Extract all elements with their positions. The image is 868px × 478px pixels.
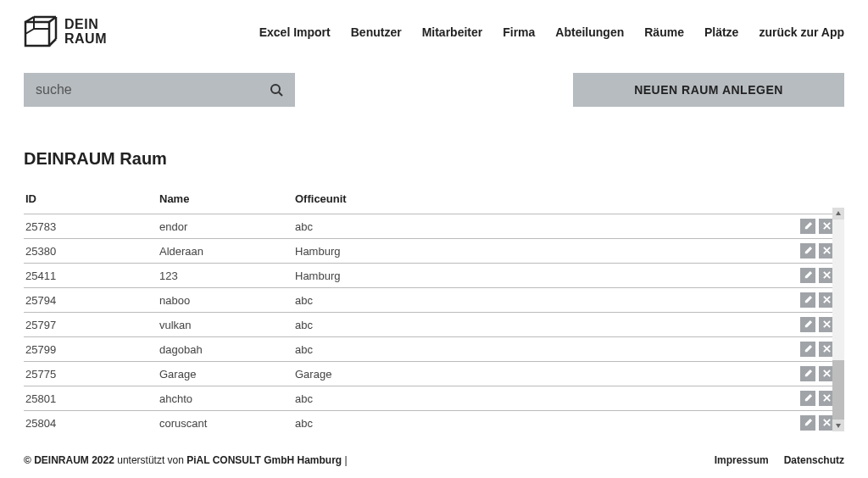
scroll-up-icon[interactable]: [832, 208, 844, 220]
table-row: 25797vulkanabc: [24, 313, 844, 337]
cell-officeunit: abc: [295, 220, 431, 233]
table-row: 25783endorabc: [24, 214, 844, 239]
create-room-button[interactable]: NEUEN RAUM ANLEGEN: [573, 73, 844, 107]
edit-button[interactable]: [800, 366, 815, 381]
logo-text-line1: DEIN: [64, 18, 107, 32]
cell-id: 25783: [24, 220, 159, 233]
edit-icon: [804, 220, 813, 233]
svg-point-9: [271, 85, 280, 93]
svg-line-7: [25, 29, 34, 34]
cell-id: 25775: [24, 368, 159, 381]
footer-supported: unterstützt von: [117, 454, 186, 466]
cell-name: naboo: [159, 294, 295, 307]
main-nav: Excel Import Benutzer Mitarbeiter Firma …: [259, 25, 844, 39]
close-icon: [822, 245, 832, 258]
table-header: ID Name Officeunit: [24, 192, 844, 214]
cell-id: 25799: [24, 343, 159, 356]
edit-icon: [804, 392, 813, 405]
cell-name: vulkan: [159, 319, 295, 331]
nav-excel-import[interactable]: Excel Import: [259, 25, 331, 39]
table-row: 25775GarageGarage: [24, 362, 844, 386]
cell-officeunit: Hamburg: [295, 245, 431, 258]
cell-officeunit: abc: [295, 417, 431, 430]
table-row: 25801ahchtoabc: [24, 386, 844, 411]
col-header-name: Name: [159, 192, 295, 205]
cell-id: 25797: [24, 319, 159, 331]
edit-button[interactable]: [800, 391, 815, 406]
cell-name: dagobah: [159, 343, 295, 356]
cell-name: Alderaan: [159, 245, 295, 258]
close-icon: [822, 220, 832, 233]
svg-marker-34: [836, 424, 841, 428]
nav-firma[interactable]: Firma: [503, 25, 535, 39]
col-header-officeunit: Officeunit: [295, 192, 431, 205]
cell-id: 25794: [24, 294, 159, 307]
search-input[interactable]: [36, 82, 270, 97]
table-row: 25794nabooabc: [24, 288, 844, 313]
cell-name: endor: [159, 220, 295, 233]
close-icon: [822, 294, 832, 307]
cell-officeunit: abc: [295, 319, 431, 331]
svg-marker-33: [836, 211, 841, 215]
edit-button[interactable]: [800, 415, 815, 431]
edit-button[interactable]: [800, 292, 815, 308]
nav-benutzer[interactable]: Benutzer: [351, 25, 402, 39]
scroll-down-icon[interactable]: [832, 420, 844, 431]
edit-icon: [804, 270, 813, 282]
close-icon: [822, 319, 832, 331]
edit-icon: [804, 294, 813, 307]
footer-suffix: |: [342, 454, 347, 466]
edit-icon: [804, 319, 813, 331]
logo-text-line2: RAUM: [64, 32, 107, 47]
search-box[interactable]: [24, 73, 295, 107]
cell-officeunit: Garage: [295, 368, 431, 381]
edit-icon: [804, 368, 813, 381]
cell-id: 25380: [24, 245, 159, 258]
footer: © DEINRAUM 2022 unterstützt von PiAL CON…: [0, 444, 868, 478]
search-icon: [270, 83, 283, 97]
edit-button[interactable]: [800, 219, 815, 234]
edit-button[interactable]: [800, 243, 815, 258]
cell-officeunit: abc: [295, 343, 431, 356]
close-icon: [822, 417, 832, 430]
edit-icon: [804, 245, 813, 258]
close-icon: [822, 392, 832, 405]
svg-rect-0: [25, 22, 49, 46]
nav-zuruck[interactable]: zurück zur App: [759, 25, 844, 39]
footer-copyright: © DEINRAUM 2022: [24, 454, 117, 466]
footer-datenschutz[interactable]: Datenschutz: [784, 454, 844, 466]
footer-company: PiAL CONSULT GmbH Hamburg: [186, 454, 342, 466]
footer-impressum[interactable]: Impressum: [715, 454, 769, 466]
cell-officeunit: abc: [295, 294, 431, 307]
nav-platze[interactable]: Plätze: [704, 25, 738, 39]
cell-name: 123: [159, 270, 295, 282]
close-icon: [822, 270, 832, 282]
close-icon: [822, 343, 832, 356]
cell-officeunit: Hamburg: [295, 270, 431, 282]
table-row: 25799dagobahabc: [24, 337, 844, 362]
section-title: DEINRAUM Raum: [24, 149, 844, 169]
edit-icon: [804, 343, 813, 356]
cell-officeunit: abc: [295, 392, 431, 405]
scrollbar[interactable]: [832, 208, 844, 431]
cell-name: Garage: [159, 368, 295, 381]
close-icon: [822, 368, 832, 381]
table-row: 25411123Hamburg: [24, 264, 844, 288]
svg-line-10: [279, 92, 282, 96]
cell-id: 25411: [24, 270, 159, 282]
cell-id: 25801: [24, 392, 159, 405]
table-body: 25783endorabc25380AlderaanHamburg2541112…: [24, 214, 844, 431]
cell-name: coruscant: [159, 417, 295, 430]
nav-abteilungen[interactable]: Abteilungen: [555, 25, 624, 39]
edit-button[interactable]: [800, 268, 815, 283]
cell-name: ahchto: [159, 392, 295, 405]
nav-mitarbeiter[interactable]: Mitarbeiter: [422, 25, 483, 39]
edit-button[interactable]: [800, 317, 815, 332]
cell-id: 25804: [24, 417, 159, 430]
logo[interactable]: DEIN RAUM: [24, 15, 107, 49]
edit-icon: [804, 417, 813, 430]
nav-raume[interactable]: Räume: [644, 25, 684, 39]
logo-icon: [24, 15, 58, 49]
edit-button[interactable]: [800, 342, 815, 357]
scrollbar-thumb[interactable]: [832, 360, 844, 420]
